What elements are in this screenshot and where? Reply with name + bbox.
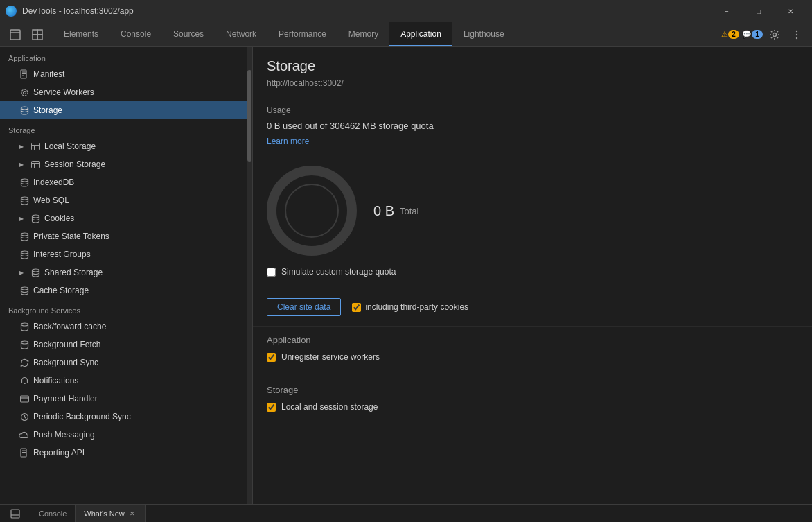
chart-value: 0 B [373,203,394,219]
local-session-checkbox[interactable] [267,403,276,412]
sidebar-item-background-fetch[interactable]: Background Fetch [0,336,252,354]
usage-text: 0 B used out of 306462 MB storage quota [267,121,798,131]
table-icon2 [30,159,40,169]
chart-legend: 0 B Total [373,203,419,219]
svg-point-30 [21,323,28,326]
cylinder-icon2 [19,195,29,205]
sidebar-item-push-messaging[interactable]: Push Messaging [0,426,252,444]
more-options-icon[interactable] [787,25,806,44]
chart-label: Total [400,206,418,216]
svg-point-6 [773,33,777,36]
tab-performance[interactable]: Performance [267,22,337,46]
simulate-quota-checkbox[interactable] [267,268,276,277]
message-badge-button[interactable]: 💬 1 [743,25,762,44]
expand-icon: ▶ [19,143,26,150]
bg-services-section-label: Background Services [0,299,252,317]
third-party-cookies-row: including third-party cookies [352,302,468,312]
sidebar-item-notifications[interactable]: Notifications [0,372,252,390]
service-workers-label: Service Workers [33,87,94,97]
svg-point-25 [32,215,39,218]
sidebar-item-cache-storage[interactable]: Cache Storage [0,281,252,299]
sidebar-item-interest-groups[interactable]: Interest Groups [0,245,252,263]
interest-groups-label: Interest Groups [33,250,91,259]
bottom-tab-console[interactable]: Console [30,505,76,522]
sidebar-item-periodic-bg-sync[interactable]: Periodic Background Sync [0,408,252,426]
tab-sources[interactable]: Sources [162,22,215,46]
tab-memory[interactable]: Memory [337,22,389,46]
learn-more-link[interactable]: Learn more [267,137,309,146]
doc-icon [19,69,29,79]
manifest-label: Manifest [33,69,64,79]
clear-site-data-button[interactable]: Clear site data [267,298,341,316]
sidebar-item-local-storage[interactable]: ▶ Local Storage [0,137,252,155]
svg-point-8 [796,33,797,35]
sidebar-item-indexeddb[interactable]: IndexedDB [0,173,252,191]
third-party-cookies-label[interactable]: including third-party cookies [365,302,468,312]
svg-point-27 [21,251,28,254]
close-button[interactable]: ✕ [775,0,806,22]
cylinder-icon [19,177,29,187]
storage-sub-section-title: Storage [267,385,798,395]
storage-section-label: Storage [0,119,252,137]
sidebar-item-private-state-tokens[interactable]: Private State Tokens [0,227,252,245]
sidebar-item-session-storage[interactable]: ▶ Session Storage [0,155,252,173]
bottom-tab-whats-new[interactable]: What's New ✕ [76,505,145,522]
console-tab-label: Console [39,510,67,518]
maximize-button[interactable]: □ [743,0,775,22]
local-session-label[interactable]: Local and session storage [281,402,378,412]
tab-application[interactable]: Application [389,22,452,46]
expand-icon2: ▶ [19,162,26,168]
svg-point-28 [32,269,39,272]
storage-sub-section: Storage Local and session storage [253,376,812,426]
title-bar: DevTools - localhost:3002/app − □ ✕ [0,0,812,22]
tab-network[interactable]: Network [215,22,267,46]
usage-label: Usage [267,105,798,115]
third-party-cookies-checkbox[interactable] [352,303,361,312]
sidebar-item-shared-storage[interactable]: ▶ Shared Storage [0,263,252,281]
settings-icon[interactable] [765,25,784,44]
warning-badge-button[interactable]: ⚠ 2 [721,25,740,44]
tab-lighthouse[interactable]: Lighthouse [452,22,515,46]
svg-rect-40 [11,510,19,518]
drawer-icon[interactable] [6,504,25,523]
tab-elements[interactable]: Elements [53,22,109,46]
sidebar-item-manifest[interactable]: Manifest [0,65,252,83]
svg-point-23 [21,179,28,182]
simulate-quota-label[interactable]: Simulate custom storage quota [281,267,396,277]
sidebar-scrollbar-thumb[interactable] [247,70,251,162]
unregister-checkbox[interactable] [267,353,276,362]
storage-icon [19,105,29,115]
background-sync-label: Background Sync [33,358,98,367]
dock-icon[interactable] [6,25,25,44]
local-session-check-item: Local and session storage [267,402,798,412]
inspect-icon[interactable] [28,25,47,44]
svg-point-26 [21,233,28,236]
svg-point-16 [21,107,28,110]
sidebar-item-web-sql[interactable]: Web SQL [0,191,252,209]
sidebar: Application Manifest Service Workers Sto… [0,47,253,504]
simulate-checkbox-row: Simulate custom storage quota [267,267,798,277]
svg-point-31 [21,341,28,344]
unregister-label[interactable]: Unregister service workers [281,352,380,362]
shared-storage-label: Shared Storage [44,268,103,277]
page-title: Storage [267,58,798,74]
content-area: Storage http://localhost:3002/ Usage 0 B… [253,47,812,504]
whats-new-close-icon[interactable]: ✕ [127,509,137,519]
clock-icon [19,412,29,421]
cookies-label: Cookies [44,214,74,223]
sidebar-item-back-forward-cache[interactable]: Back/forward cache [0,317,252,336]
sidebar-item-cookies[interactable]: ▶ Cookies [0,209,252,227]
window-controls: − □ ✕ [711,0,806,22]
svg-rect-17 [31,143,39,150]
sidebar-item-reporting-api[interactable]: Reporting API [0,444,252,462]
tab-console[interactable]: Console [109,22,162,46]
sidebar-item-service-workers[interactable]: Service Workers [0,83,252,101]
sidebar-item-storage[interactable]: Storage [0,101,252,119]
svg-point-29 [21,287,28,290]
sidebar-item-payment-handler[interactable]: Payment Handler [0,390,252,408]
minimize-button[interactable]: − [711,0,743,22]
expand-icon4: ▶ [19,270,26,276]
toolbar-tabs: Elements Console Sources Network Perform… [53,22,715,46]
sidebar-item-background-sync[interactable]: Background Sync [0,354,252,372]
cylinder-icon6 [30,268,40,277]
